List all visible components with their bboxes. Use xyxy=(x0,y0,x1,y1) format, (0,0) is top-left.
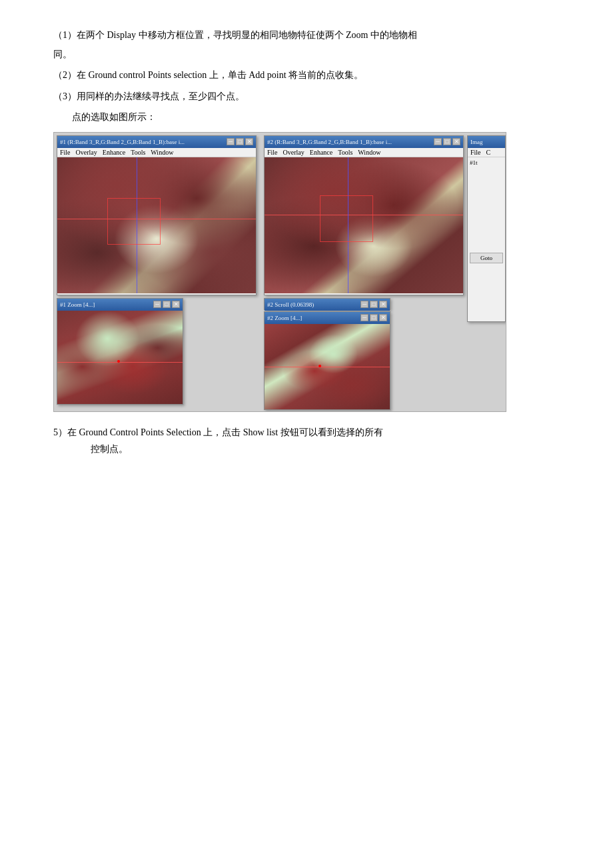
win1-selection-box xyxy=(107,198,161,245)
win2-controls[interactable]: ─ □ ✕ xyxy=(434,138,460,145)
win1-menu-file[interactable]: File xyxy=(60,149,71,156)
win1-titlebar: #1 (R:Band 3_R,G:Band 2_G,B:Band 1_B):ba… xyxy=(57,136,256,148)
win1-menubar: File Overlay Enhance Tools Window xyxy=(57,148,256,157)
scroll-title: #2 Scroll (0.06398) xyxy=(267,301,314,308)
zoom2-content xyxy=(265,324,390,409)
paragraph-1: （1）在两个 Display 中移动方框位置，寻找明显的相同地物特征使两个 Zo… xyxy=(53,27,573,63)
zoom2-restore[interactable]: □ xyxy=(370,314,378,321)
zoom1-satellite-image xyxy=(57,311,183,404)
panel-title: Imag xyxy=(470,139,483,145)
zoom2-minimize[interactable]: ─ xyxy=(360,314,368,321)
panel-content: #1t Goto xyxy=(468,157,505,265)
panel-menubar: File C xyxy=(468,148,505,157)
paragraph-2: （2）在 Ground control Points selection 上，单… xyxy=(53,67,573,83)
win1-title: #1 (R:Band 3_R,G:Band 2_G,B:Band 1_B):ba… xyxy=(60,139,185,145)
win2-menu-tools[interactable]: Tools xyxy=(338,149,352,156)
zoom1-crosshair-h xyxy=(57,362,183,363)
win2-menu-enhance[interactable]: Enhance xyxy=(310,149,332,156)
win2-content xyxy=(265,157,463,293)
scroll-titlebar: #2 Scroll (0.06398) ─ □ ✕ xyxy=(265,299,390,311)
zoom2-controls[interactable]: ─ □ ✕ xyxy=(360,314,387,321)
win2-title: #2 (R:Band 3_R,G:Band 2_G,B:Band 1_B):ba… xyxy=(267,139,392,145)
goto-button[interactable]: Goto xyxy=(470,253,503,263)
win2-minimize[interactable]: ─ xyxy=(434,138,442,145)
win1-content xyxy=(57,157,256,293)
para-5-line1: 5）在 Ground Control Points Selection 上，点击… xyxy=(53,424,573,441)
win1-menu-tools[interactable]: Tools xyxy=(131,149,145,156)
win2-menubar: File Overlay Enhance Tools Window xyxy=(265,148,463,157)
paragraph-3: （3）用同样的办法继续寻找点，至少四个点。 xyxy=(53,88,573,105)
scroll-controls[interactable]: ─ □ ✕ xyxy=(360,301,387,308)
window-scroll: #2 Scroll (0.06398) ─ □ ✕ xyxy=(264,298,390,310)
para-3-text: （3）用同样的办法继续寻找点，至少四个点。 xyxy=(53,88,573,105)
zoom2-crosshair-h xyxy=(265,367,390,367)
para-1-line1: （1）在两个 Display 中移动方框位置，寻找明显的相同地物特征使两个 Zo… xyxy=(53,27,573,43)
zoom2-titlebar: #2 Zoom [4...] ─ □ ✕ xyxy=(265,312,390,324)
win1-close[interactable]: ✕ xyxy=(245,138,253,145)
scroll-close[interactable]: ✕ xyxy=(379,301,387,308)
zoom1-minimize[interactable]: ─ xyxy=(153,301,161,308)
zoom1-titlebar: #1 Zoom [4...] ─ □ ✕ xyxy=(57,299,183,311)
scroll-restore[interactable]: □ xyxy=(370,301,378,308)
window-zoom-2: #2 Zoom [4...] ─ □ ✕ xyxy=(264,311,390,410)
win2-selection-box xyxy=(320,195,373,242)
zoom1-title: #1 Zoom [4...] xyxy=(60,301,95,308)
para-5-line2: 控制点。 xyxy=(53,441,573,457)
win2-restore[interactable]: □ xyxy=(443,138,451,145)
win2-menu-overlay[interactable]: Overlay xyxy=(283,149,305,156)
para-4-text: 点的选取如图所示： xyxy=(53,109,573,125)
win1-menu-window[interactable]: Window xyxy=(151,149,173,156)
win2-titlebar: #2 (R:Band 3_R,G:Band 2_G,B:Band 1_B):ba… xyxy=(265,136,463,148)
zoom1-restore[interactable]: □ xyxy=(163,301,171,308)
panel-row-label: #1t xyxy=(470,159,503,166)
document-body: （1）在两个 Display 中移动方框位置，寻找明显的相同地物特征使两个 Zo… xyxy=(53,27,573,457)
win1-menu-overlay[interactable]: Overlay xyxy=(76,149,97,156)
zoom2-close[interactable]: ✕ xyxy=(379,314,387,321)
win1-menu-enhance[interactable]: Enhance xyxy=(103,149,125,156)
para-1-line2: 同。 xyxy=(53,46,573,63)
zoom2-title: #2 Zoom [4...] xyxy=(267,315,302,321)
panel-titlebar: Imag xyxy=(468,136,505,148)
paragraph-5: 5）在 Ground Control Points Selection 上，点击… xyxy=(53,424,573,457)
scroll-minimize[interactable]: ─ xyxy=(360,301,368,308)
panel-menu-c[interactable]: C xyxy=(486,149,491,156)
panel-menu-file[interactable]: File xyxy=(470,149,481,156)
win1-controls[interactable]: ─ □ ✕ xyxy=(227,138,253,145)
window-display-1: #1 (R:Band 3_R,G:Band 2_G,B:Band 1_B):ba… xyxy=(57,135,257,295)
right-panel-window: Imag File C #1t Goto xyxy=(467,135,506,322)
window-display-2: #2 (R:Band 3_R,G:Band 2_G,B:Band 1_B):ba… xyxy=(264,135,464,295)
zoom1-close[interactable]: ✕ xyxy=(172,301,180,308)
window-zoom-1: #1 Zoom [4...] ─ □ ✕ xyxy=(57,298,183,405)
win2-menu-window[interactable]: Window xyxy=(358,149,380,156)
win2-close[interactable]: ✕ xyxy=(452,138,460,145)
zoom1-controls[interactable]: ─ □ ✕ xyxy=(153,301,180,308)
zoom1-content xyxy=(57,311,183,404)
screenshot-area: #1 (R:Band 3_R,G:Band 2_G,B:Band 1_B):ba… xyxy=(53,132,506,412)
paragraph-4: 点的选取如图所示： xyxy=(53,109,573,125)
win2-menu-file[interactable]: File xyxy=(267,149,278,156)
win1-restore[interactable]: □ xyxy=(236,138,244,145)
para-2-text: （2）在 Ground control Points selection 上，单… xyxy=(53,67,573,83)
win1-minimize[interactable]: ─ xyxy=(227,138,235,145)
